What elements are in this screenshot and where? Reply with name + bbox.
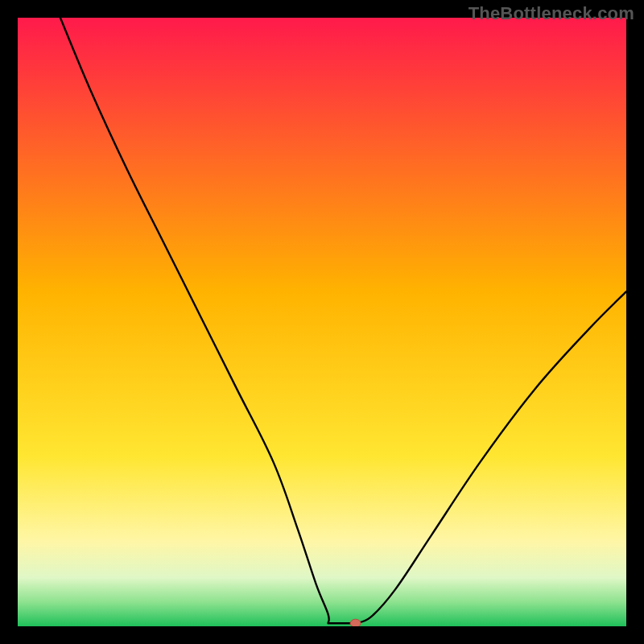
chart-frame: TheBottleneck.com <box>0 0 644 644</box>
gradient-rect <box>18 18 626 626</box>
marker-dot <box>350 619 361 626</box>
chart-svg <box>18 18 626 626</box>
watermark-text: TheBottleneck.com <box>469 3 634 24</box>
plot-area <box>18 18 626 626</box>
